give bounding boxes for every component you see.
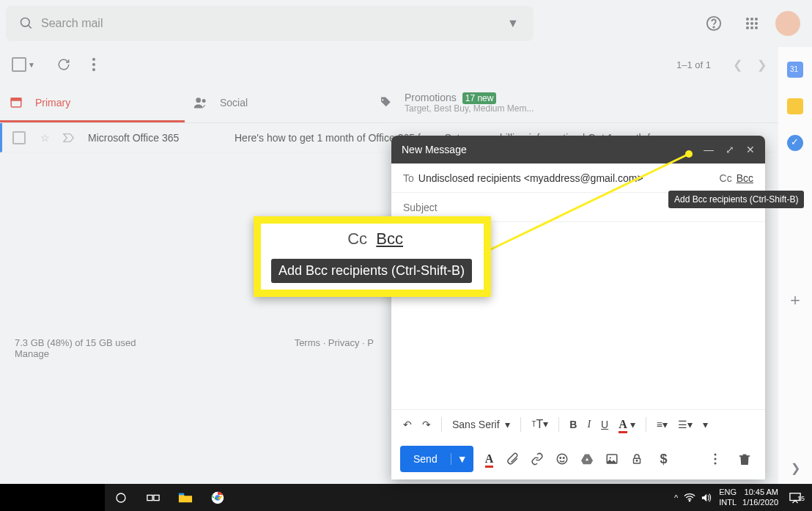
text-color-button[interactable]: A ▾ [616, 415, 638, 434]
callout-cc: Cc [347, 229, 367, 248]
important-icon[interactable] [63, 133, 75, 143]
svg-point-11 [750, 26, 753, 29]
svg-rect-37 [179, 493, 184, 495]
search-options-dropdown[interactable]: ▼ [498, 17, 528, 30]
font-select[interactable]: Sans Serif ▾ [449, 416, 513, 433]
font-size-button[interactable]: TT▾ [528, 415, 551, 434]
support-icon[interactable] [699, 9, 728, 38]
fullscreen-icon[interactable]: ⤢ [726, 144, 734, 155]
svg-point-8 [750, 22, 753, 25]
svg-point-18 [196, 98, 201, 103]
bold-button[interactable]: B [566, 416, 580, 433]
to-value[interactable]: Undisclosed recipients <myaddress@gmail.… [418, 172, 714, 184]
file-explorer-button[interactable] [169, 484, 202, 511]
notification-center[interactable]: 15 [784, 492, 806, 504]
callout-tooltip: Add Bcc recipients (Ctrl-Shift-B) [271, 259, 472, 283]
language-indicator[interactable]: ENG INTL [719, 488, 737, 507]
promotions-preview: Target, Best Buy, Medium Mem... [405, 103, 534, 114]
task-view-button[interactable] [137, 484, 169, 511]
text-format-toggle[interactable]: A [481, 452, 498, 466]
svg-point-40 [689, 500, 690, 501]
tab-promotions[interactable]: Promotions 17 new Target, Best Buy, Medi… [369, 82, 554, 122]
next-page-button[interactable]: ❯ [757, 58, 767, 72]
compose-title: New Message [402, 144, 692, 155]
close-icon[interactable]: ✕ [746, 144, 755, 155]
svg-point-14 [92, 63, 95, 66]
svg-point-27 [636, 460, 638, 462]
tasks-icon[interactable] [787, 135, 803, 151]
annotation-callout: Cc Bcc Add Bcc recipients (Ctrl-Shift-B) [254, 216, 491, 297]
wifi-icon[interactable] [684, 493, 695, 502]
bcc-link[interactable]: Bcc [737, 172, 753, 184]
svg-rect-35 [147, 495, 152, 500]
callout-bcc: Bcc [376, 229, 403, 248]
refresh-button[interactable] [57, 58, 70, 71]
list-button[interactable]: ☰▾ [675, 416, 695, 433]
redo-button[interactable]: ↷ [419, 416, 434, 433]
confidential-icon[interactable] [630, 452, 648, 466]
svg-point-0 [21, 18, 30, 27]
tray-up-icon[interactable]: ^ [674, 493, 678, 502]
page-info: 1–1 of 1 [676, 59, 711, 70]
chrome-button[interactable] [202, 484, 234, 511]
select-all-checkbox[interactable] [12, 57, 26, 72]
tag-icon [378, 96, 393, 109]
inbox-icon [9, 96, 23, 109]
svg-point-29 [715, 458, 717, 460]
calendar-icon[interactable] [787, 62, 803, 78]
star-icon[interactable]: ☆ [40, 132, 50, 144]
volume-icon[interactable] [701, 493, 713, 503]
tab-social[interactable]: Social [185, 82, 369, 122]
emoji-icon[interactable] [556, 452, 573, 466]
svg-point-34 [117, 493, 125, 502]
compose-to-row[interactable]: To Undisclosed recipients <myaddress@gma… [391, 163, 765, 193]
attach-icon[interactable] [506, 452, 523, 466]
mail-toolbar: ▼ 1–1 of 1 ❮ ❯ [0, 47, 812, 82]
search-box[interactable]: ▼ [6, 6, 534, 41]
drive-icon[interactable] [580, 453, 598, 465]
send-options-dropdown[interactable]: ▼ [451, 453, 473, 465]
cc-link[interactable]: Cc [720, 172, 732, 184]
link-icon[interactable] [531, 452, 548, 466]
apps-grid-icon[interactable] [737, 9, 767, 38]
undo-button[interactable]: ↶ [400, 416, 415, 433]
storage-info: 7.3 GB (48%) of 15 GB used [15, 337, 295, 348]
send-button[interactable]: Send ▼ [400, 446, 473, 472]
more-options-icon[interactable] [714, 453, 731, 465]
email-checkbox[interactable] [12, 131, 26, 144]
prev-page-button[interactable]: ❮ [733, 58, 742, 72]
italic-button[interactable]: I [584, 416, 594, 433]
minimize-icon[interactable]: — [704, 144, 714, 155]
add-addon-button[interactable]: ＋ [787, 289, 803, 311]
svg-point-7 [746, 22, 749, 25]
svg-point-3 [713, 26, 714, 27]
keep-icon[interactable] [787, 98, 803, 114]
tab-primary[interactable]: Primary [0, 82, 185, 122]
collapse-panel-button[interactable]: ❯ [791, 461, 800, 475]
people-icon [193, 96, 208, 109]
manage-storage-link[interactable]: Manage [15, 348, 49, 359]
account-avatar[interactable] [775, 11, 800, 36]
underline-button[interactable]: U [598, 416, 611, 433]
align-button[interactable]: ≡▾ [654, 416, 671, 433]
svg-point-19 [202, 99, 206, 103]
search-icon[interactable] [12, 16, 41, 31]
compose-header[interactable]: New Message — ⤢ ✕ [391, 136, 765, 163]
more-format-button[interactable]: ▾ [700, 416, 711, 433]
tab-promotions-label: Promotions [405, 92, 457, 103]
svg-point-23 [563, 457, 564, 459]
svg-rect-36 [154, 495, 159, 500]
more-button[interactable] [92, 58, 95, 71]
search-input[interactable] [41, 17, 498, 30]
terms-link[interactable]: Terms [295, 337, 320, 348]
start-button[interactable] [105, 484, 137, 511]
clock[interactable]: 10:45 AM 1/16/2020 [742, 488, 778, 507]
money-icon[interactable]: $ [655, 452, 673, 467]
svg-point-12 [755, 26, 758, 29]
select-dropdown-icon[interactable]: ▼ [28, 61, 35, 69]
image-icon[interactable] [605, 452, 623, 466]
privacy-link[interactable]: Privacy [328, 337, 360, 348]
program-policies-link[interactable]: P [367, 337, 374, 348]
svg-point-30 [715, 463, 717, 465]
discard-icon[interactable] [739, 452, 756, 466]
